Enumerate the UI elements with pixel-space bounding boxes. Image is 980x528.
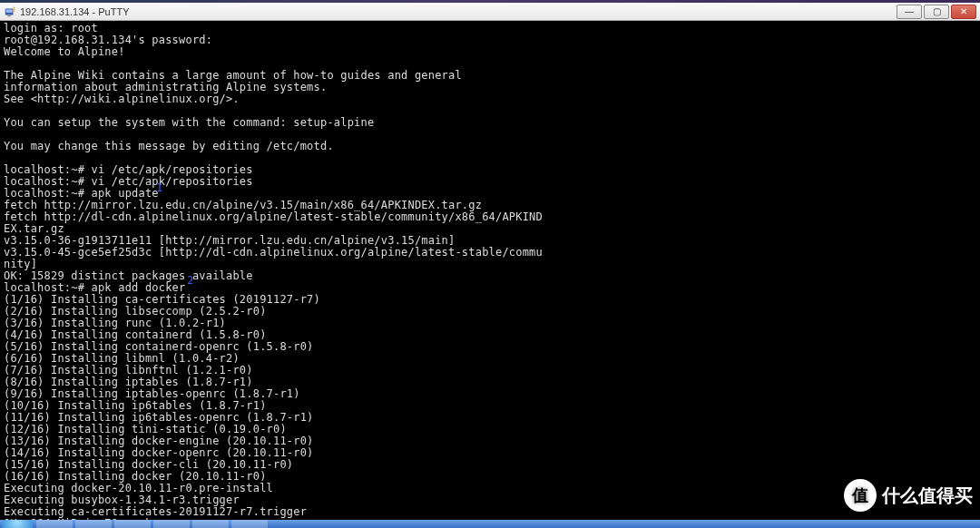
terminal-line: Welcome to Alpine! <box>4 46 976 58</box>
minimize-button[interactable]: — <box>897 5 922 19</box>
maximize-button[interactable]: ▢ <box>924 5 949 19</box>
terminal-line: fetch http://dl-cdn.alpinelinux.org/alpi… <box>4 211 976 223</box>
window-controls: — ▢ ✕ <box>895 5 976 19</box>
close-button[interactable]: ✕ <box>951 5 976 19</box>
terminal-line: You may change this message by editing /… <box>4 141 976 152</box>
terminal-output[interactable]: login as: rootroot@192.168.31.134's pass… <box>0 21 980 520</box>
svg-rect-3 <box>14 6 15 11</box>
terminal-line: root@192.168.31.134's password: <box>4 34 976 46</box>
terminal-line: You can setup the system with the comman… <box>4 117 976 129</box>
terminal-line: See <http://wiki.alpinelinux.org/>. <box>4 93 976 105</box>
svg-rect-1 <box>6 9 13 13</box>
window-title: 192.168.31.134 - PuTTY <box>20 6 129 17</box>
window-titlebar[interactable]: 192.168.31.134 - PuTTY — ▢ ✕ <box>0 3 980 21</box>
taskbar-item[interactable] <box>231 520 268 528</box>
windows-taskbar[interactable] <box>0 520 980 528</box>
putty-icon <box>4 5 16 18</box>
taskbar-item[interactable] <box>75 520 112 528</box>
watermark-text: 什么值得买 <box>882 484 973 508</box>
terminal-line: v3.15.0-45-gce5ef25d3c [http://dl-cdn.al… <box>4 247 976 259</box>
watermark-badge-icon: 值 <box>844 479 877 512</box>
start-button[interactable] <box>2 520 33 528</box>
taskbar-item[interactable] <box>114 520 151 528</box>
taskbar-item[interactable] <box>36 520 73 528</box>
taskbar-item[interactable] <box>153 520 190 528</box>
svg-rect-2 <box>7 15 11 16</box>
taskbar-item[interactable] <box>192 520 229 528</box>
watermark: 值 什么值得买 <box>844 479 973 512</box>
